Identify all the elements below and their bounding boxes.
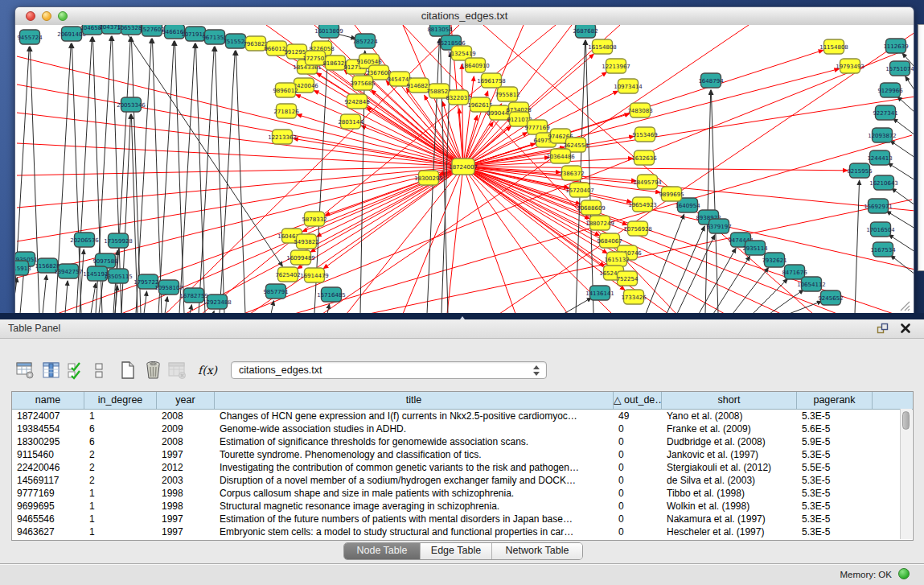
graph-node[interactable]: 17016504 (866, 222, 895, 237)
delete-column-icon[interactable] (144, 360, 163, 380)
column-header-short[interactable]: short (662, 392, 797, 409)
graph-node[interactable]: 1527602 (139, 25, 164, 36)
graph-node[interactable]: 10756928 (623, 221, 652, 236)
graph-node[interactable]: 7483083 (627, 103, 652, 117)
graph-node[interactable]: 18807249 (585, 216, 614, 230)
graph-node[interactable]: 7625402 (275, 267, 300, 282)
graph-node[interactable]: 16154808 (588, 39, 617, 54)
graph-node[interactable]: 9455724 (17, 30, 43, 44)
graph-node[interactable]: 1167534 (870, 242, 896, 257)
graph-node[interactable]: 10654112 (797, 277, 826, 291)
scrollbar-thumb[interactable] (902, 411, 910, 430)
graph-node[interactable]: 20206576 (70, 233, 99, 247)
close-panel-icon[interactable] (900, 323, 911, 334)
table-row[interactable]: 1456911722003Disruption of a novel membe… (12, 474, 913, 487)
graph-node[interactable]: 7857224 (352, 34, 378, 48)
graph-node[interactable]: 9899695 (659, 187, 684, 201)
graph-node[interactable]: 8813054 (427, 25, 453, 36)
graph-node[interactable]: 16099489 (286, 250, 315, 265)
tab-network-table[interactable]: Network Table (492, 543, 582, 559)
column-header-pagerank[interactable]: pagerank (797, 392, 873, 409)
table-row[interactable]: 1872400712008Changes of HCN gene express… (12, 410, 913, 422)
table-row[interactable]: 977716911998Corpus callosum shape and si… (12, 487, 913, 500)
new-column-icon[interactable] (119, 360, 138, 380)
graph-node[interactable]: 9684067 (597, 233, 622, 248)
column-header-title[interactable]: title (215, 392, 614, 409)
background-window-sliver[interactable] (918, 24, 924, 271)
panel-splitter-handle[interactable] (458, 315, 466, 319)
graph-node[interactable]: 2935114 (742, 241, 768, 255)
graph-node[interactable]: 9242848 (344, 94, 369, 109)
graph-node[interactable]: 15751074 (885, 61, 914, 76)
column-header-name[interactable]: name (12, 392, 84, 409)
graph-node[interactable]: 9896012 (273, 83, 298, 97)
graph-hub-node[interactable]: 18724007 (449, 159, 478, 175)
graph-node[interactable]: 16961758 (477, 73, 506, 88)
graph-node[interactable]: 18300295 (414, 171, 443, 185)
graph-node[interactable]: 17359928 (104, 233, 133, 248)
graph-node[interactable]: 15716485 (317, 287, 346, 302)
graph-node[interactable]: 16914479 (300, 268, 329, 282)
graph-node[interactable]: 7932621 (762, 253, 786, 267)
network-canvas[interactable]: 9455724206914061046580204371810653287152… (15, 25, 914, 314)
graph-node[interactable]: 2803144 (338, 114, 363, 129)
table-row[interactable]: 946362711997Embryonic stem cells: a mode… (12, 525, 913, 538)
table-scrollbar[interactable] (900, 409, 912, 539)
function-builder-icon[interactable]: f(x) (195, 360, 220, 380)
table-row[interactable]: 911546021997Tourette syndrome. Phenomeno… (12, 448, 913, 461)
graph-node[interactable]: 1244413 (867, 150, 892, 165)
graph-node[interactable]: 3975685 (350, 76, 375, 90)
graph-node[interactable]: 1112639 (883, 39, 908, 53)
graph-node[interactable]: 12213967 (602, 59, 630, 73)
graph-node[interactable]: 752254 (617, 271, 639, 286)
graph-node[interactable]: 14136141 (585, 286, 614, 300)
graph-node[interactable]: 15720407 (565, 183, 594, 197)
graph-node[interactable]: 16210643 (869, 175, 898, 190)
graph-node[interactable]: 3915913 (15, 261, 31, 275)
column-visibility-icon[interactable] (42, 360, 61, 380)
graph-node[interactable]: 12213363 (268, 130, 297, 144)
graph-node[interactable]: 13505115 (104, 269, 133, 283)
graph-node[interactable]: 7386372 (559, 166, 584, 180)
graph-node[interactable]: 1648794 (698, 73, 724, 88)
graph-node[interactable]: 9857791 (263, 284, 288, 299)
graph-node[interactable]: 2687682 (573, 25, 598, 38)
graph-node[interactable]: 1733426 (621, 290, 647, 304)
graph-node[interactable]: 8215955 (847, 163, 872, 178)
table-selector[interactable]: citations_edges.txt (231, 361, 547, 379)
graph-node[interactable]: 18640910 (461, 58, 490, 72)
graph-node[interactable]: 1615132 (604, 252, 629, 266)
graph-node[interactable]: 11154808 (819, 39, 848, 54)
tab-node-table[interactable]: Node Table (344, 543, 421, 559)
column-header-out_de[interactable]: △ out_de… (614, 392, 662, 409)
window-titlebar[interactable]: citations_edges.txt (15, 7, 914, 26)
graph-node[interactable]: 18495794 (633, 175, 662, 189)
float-window-icon[interactable] (877, 323, 889, 335)
deselect-icon[interactable] (93, 360, 113, 380)
graph-node[interactable]: 5878332 (302, 212, 326, 226)
column-header-in_degree[interactable]: in_degree (84, 392, 157, 409)
column-header-year[interactable]: year (157, 392, 215, 409)
graph-node[interactable]: 12093872 (868, 128, 897, 142)
tab-edge-table[interactable]: Edge Table (421, 543, 492, 559)
table-row[interactable]: 1938455462009Genome-wide association stu… (12, 422, 913, 435)
graph-node[interactable]: 20053346 (117, 97, 146, 112)
table-row[interactable]: 1830029562008Estimation of significance … (12, 435, 913, 448)
graph-node[interactable]: 16013809 (314, 25, 343, 38)
graph-node[interactable]: 1632636 (631, 150, 657, 165)
resize-grip-icon[interactable] (898, 300, 911, 312)
graph-node[interactable]: 10688609 (577, 200, 606, 215)
graph-node[interactable]: 12923488 (203, 295, 232, 309)
graph-node[interactable]: 2718126 (273, 104, 299, 118)
select-mode-icon[interactable] (67, 360, 86, 380)
graph-node[interactable]: 5493822 (294, 234, 318, 249)
table-row[interactable]: 969969511998Structural magnetic resonanc… (12, 500, 913, 513)
graph-node[interactable]: 10973414 (614, 79, 643, 93)
graph-node[interactable]: 15692971 (864, 199, 893, 213)
graph-node[interactable]: 9227341 (873, 105, 897, 120)
table-row[interactable]: 946554611997Estimation of the future num… (12, 513, 913, 525)
graph-node[interactable]: 13942757 (54, 264, 83, 278)
graph-node[interactable]: 7955812 (495, 87, 519, 101)
graph-node[interactable]: 9153469 (632, 127, 657, 142)
graph-node[interactable]: 6379197 (706, 219, 731, 233)
